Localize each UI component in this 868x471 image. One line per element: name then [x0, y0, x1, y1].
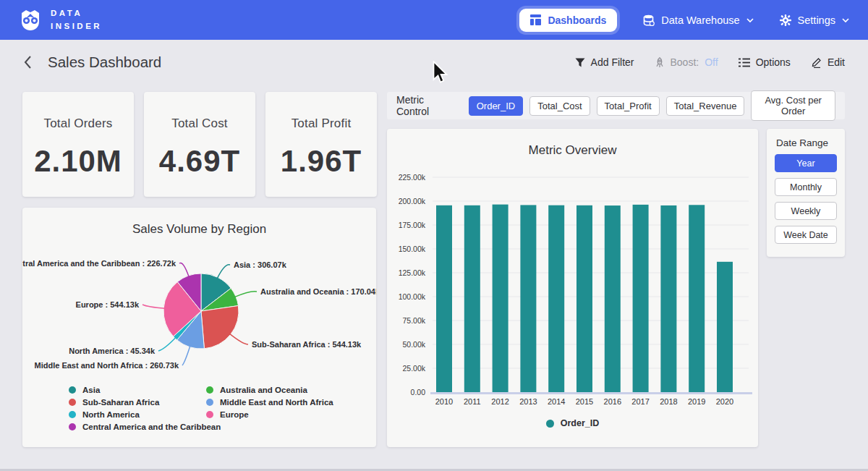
svg-text:2020: 2020 [716, 397, 733, 406]
chevron-down-icon [746, 18, 754, 22]
bar-2011 [464, 205, 480, 392]
brand-text: DATA INSIDER [51, 7, 102, 33]
metric-chip-total-revenue[interactable]: Total_Revenue [666, 96, 745, 116]
svg-text:150.00k: 150.00k [399, 245, 426, 253]
owl-logo-icon [19, 9, 42, 32]
svg-text:2014: 2014 [548, 397, 565, 406]
kpi-card-total-profit: Total Profit1.96T [265, 92, 377, 197]
edit-button[interactable]: Edit [811, 56, 845, 68]
boost-toggle[interactable]: Boost: Off [655, 56, 718, 68]
legend-dot [546, 420, 554, 428]
bar-2014 [548, 205, 564, 392]
kpi-label: Total Cost [144, 116, 255, 131]
bar-chart: 0.0025.00k50.00k75.00k100.00k125.00k150.… [391, 166, 752, 412]
data-warehouse-menu[interactable]: Data Warehouse [643, 14, 753, 26]
metric-chip-order-id[interactable]: Order_ID [469, 96, 523, 116]
metric-overview-card: Metric Overview 0.0025.00k50.00k75.00k10… [387, 129, 758, 447]
edit-label: Edit [827, 56, 845, 68]
bar-chart-legend: Order_ID [387, 418, 758, 428]
filter-funnel-icon [575, 58, 585, 67]
pie-chart-title: Sales Volume by Region [22, 208, 376, 237]
date-range-week-date[interactable]: Week Date [775, 226, 837, 244]
pie-label: Sub-Saharan Africa : 544.13k [252, 340, 362, 349]
options-button[interactable]: Options [739, 56, 791, 68]
svg-text:2018: 2018 [660, 397, 677, 406]
dashboards-button[interactable]: Dashboards [519, 9, 617, 32]
pie-label: Asia : 306.07k [234, 260, 287, 269]
date-range-monthly[interactable]: Monthly [775, 178, 837, 196]
kpi-card-total-orders: Total Orders2.10M [22, 92, 134, 197]
legend-dot [69, 423, 76, 430]
legend-label: Asia [82, 386, 100, 394]
metric-control-strip: Metric Control Order_IDTotal_CostTotal_P… [387, 92, 845, 119]
date-range-card: Date Range YearMonthlyWeeklyWeek Date [767, 129, 845, 257]
settings-label: Settings [798, 14, 835, 26]
boost-label: Boost: [671, 56, 699, 68]
legend-label: Middle East and North Africa [220, 398, 333, 407]
svg-text:2016: 2016 [604, 397, 621, 406]
bar-2016 [605, 205, 621, 392]
legend-label: North America [82, 410, 140, 419]
pie-legend-item: Asia [69, 383, 221, 396]
add-filter-button[interactable]: Add Filter [575, 56, 634, 68]
rocket-icon [655, 57, 665, 68]
brand-logo: DATA INSIDER [19, 7, 102, 33]
metric-chip-total-profit[interactable]: Total_Profit [597, 96, 660, 116]
kpi-card-total-cost: Total Cost4.69T [144, 92, 255, 197]
pie-legend-item: Europe [206, 408, 333, 420]
legend-label: Europe [220, 410, 249, 419]
legend-label: Australia and Oceania [220, 386, 307, 394]
metric-chip-total-cost[interactable]: Total_Cost [529, 96, 590, 116]
pie-legend-item: Sub-Saharan Africa [69, 396, 221, 408]
data-warehouse-label: Data Warehouse [661, 14, 739, 26]
bar-2012 [493, 205, 509, 392]
svg-text:2011: 2011 [464, 397, 481, 406]
svg-text:0.00: 0.00 [411, 388, 426, 396]
bar-chart-title: Metric Overview [387, 129, 758, 158]
svg-text:125.00k: 125.00k [399, 268, 426, 277]
top-nav: DATA INSIDER Dashboards Data Warehouse [0, 0, 868, 40]
pie-label: Middle East and North Africa : 260.73k [35, 361, 179, 370]
date-range-year[interactable]: Year [775, 154, 837, 172]
kpi-label: Total Orders [22, 116, 134, 131]
settings-menu[interactable]: Settings [780, 14, 849, 26]
bar-2010 [436, 205, 452, 392]
svg-text:2017: 2017 [631, 397, 649, 406]
legend-label: Sub-Saharan Africa [82, 398, 159, 407]
legend-dot [69, 386, 76, 394]
svg-text:2013: 2013 [519, 397, 537, 406]
pie-legend-item: Central America and the Caribbean [69, 420, 221, 433]
legend-dot [206, 399, 213, 406]
svg-text:75.00k: 75.00k [402, 316, 425, 325]
boost-value: Off [705, 56, 718, 68]
legend-label: Central America and the Caribbean [82, 423, 221, 431]
svg-text:25.00k: 25.00k [402, 364, 425, 373]
page-title: Sales Dashboard [48, 54, 161, 71]
pie-label: Central America and the Caribbean : 226.… [22, 259, 176, 268]
svg-text:2019: 2019 [688, 397, 705, 406]
pie-slice-sub-saharan-africa [201, 306, 239, 349]
svg-text:2010: 2010 [435, 397, 453, 406]
svg-text:2015: 2015 [576, 397, 593, 406]
dashboards-label: Dashboards [548, 14, 606, 26]
back-button[interactable] [23, 55, 32, 69]
metric-chip-avg-cost-per-order[interactable]: Avg. Cost per Order [751, 90, 835, 121]
pie-legend-item: Middle East and North Africa [206, 396, 333, 408]
date-range-label: Date Range [776, 137, 845, 148]
add-filter-label: Add Filter [591, 56, 634, 68]
svg-text:225.00k: 225.00k [399, 173, 426, 182]
legend-dot [69, 399, 76, 406]
kpi-value: 1.96T [265, 144, 377, 179]
svg-text:2012: 2012 [491, 397, 509, 406]
options-label: Options [756, 56, 791, 68]
legend-dot [206, 411, 213, 418]
legend-dot [69, 411, 76, 418]
bar-2013 [520, 205, 536, 392]
chevron-left-icon [23, 55, 32, 69]
dashboards-grid-icon [530, 14, 541, 25]
kpi-label: Total Profit [265, 116, 377, 131]
pie-legend-item: Australia and Oceania [206, 383, 333, 396]
date-range-weekly[interactable]: Weekly [775, 202, 837, 220]
legend-series-label: Order_ID [561, 418, 600, 428]
pie-label: Europe : 544.13k [76, 300, 140, 309]
